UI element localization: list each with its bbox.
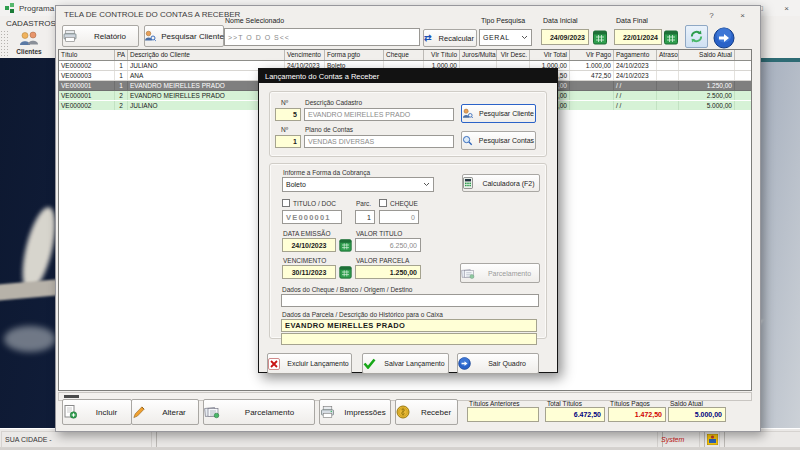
column-header[interactable]: Vlr Título <box>424 50 460 60</box>
tipo-pesquisa-select[interactable]: GERAL <box>479 29 532 46</box>
data-inicial-field[interactable]: 24/09/2023 <box>541 29 589 45</box>
status-system-text: System <box>661 436 684 443</box>
tipo-pesquisa-value: GERAL <box>483 34 510 41</box>
column-header[interactable]: Saldo Atual <box>679 50 735 60</box>
sair-quadro-button[interactable]: Sair Quadro <box>457 353 539 374</box>
column-header[interactable]: Atraso <box>657 50 679 60</box>
table-cell: 5.000,00 <box>679 101 735 110</box>
valor-titulo-field[interactable]: 6.250,00 <box>355 238 421 252</box>
valor-parcela-label: VALOR PARCELA <box>356 257 409 264</box>
toolbar-gripper <box>0 30 8 58</box>
table-header-row: TítuloPADescrição do ClienteVencimentoFo… <box>59 50 751 61</box>
avancar-button[interactable] <box>713 27 735 49</box>
table-cell: 1 <box>115 71 128 80</box>
column-header[interactable]: Forma pgto <box>325 50 384 60</box>
calendar-icon[interactable] <box>339 265 352 279</box>
pesquisar-cliente-modal-label: Pesquisar Cliente <box>478 110 535 117</box>
titulos-pagos-label: Títulos Pagos <box>610 400 650 407</box>
excluir-lancamento-button[interactable]: Excluir Lançamento <box>267 353 352 374</box>
plano-contas-field[interactable]: VENDAS DIVERSAS <box>304 135 454 148</box>
vencimento-field[interactable]: 30/11/2023 <box>282 265 336 279</box>
help-button[interactable]: ? <box>703 9 720 21</box>
table-cell: / / <box>614 91 657 100</box>
descricao-cadastro-field[interactable]: EVANDRO MEIRELLES PRADO <box>304 108 454 121</box>
historico-field[interactable]: EVANDRO MEIRELLES PRADO <box>281 319 537 332</box>
status-panel-middle <box>151 431 663 448</box>
column-header[interactable]: Juros/Multa <box>460 50 497 60</box>
check-icon <box>363 358 376 369</box>
incluir-button[interactable]: Incluir <box>62 399 132 425</box>
forma-cobranca-select[interactable]: Boleto <box>282 177 434 192</box>
refresh-button[interactable] <box>685 25 708 48</box>
dados-cheque-field[interactable] <box>281 294 539 307</box>
table-cell: 2 <box>115 91 128 100</box>
tray-icon <box>707 434 718 445</box>
table-cell: 2.500,00 <box>679 91 735 100</box>
printer-icon <box>63 30 77 42</box>
historico-field-2[interactable] <box>281 333 537 345</box>
column-header[interactable]: PA <box>115 50 128 60</box>
calendar-icon[interactable] <box>593 29 607 45</box>
nome-selecionado-field[interactable]: >>T O D O S<< <box>224 28 420 46</box>
data-emissao-field[interactable]: 24/10/2023 <box>282 238 336 252</box>
menu-cadastros[interactable]: CADASTROS <box>6 19 56 28</box>
pesquisar-cliente-button[interactable]: Pesquisar Cliente <box>461 104 536 123</box>
saldo-atual-field: 5.000,00 <box>668 407 726 422</box>
table-cell: VE000001 <box>59 81 115 90</box>
data-final-field[interactable]: 22/01/2024 <box>614 29 662 45</box>
pesquisar-contas-button[interactable]: Pesquisar Contas <box>461 131 536 150</box>
nome-selecionado-label: Nome Selecionado <box>225 17 284 24</box>
person-search-icon <box>144 30 156 42</box>
column-header[interactable]: Vencimento <box>285 50 325 60</box>
table-cell <box>679 61 735 70</box>
window-close-button[interactable]: × <box>734 9 751 21</box>
column-header[interactable]: Vlr Total <box>530 50 570 60</box>
alterar-button[interactable]: Alterar <box>131 399 199 425</box>
calendar-icon[interactable] <box>664 29 678 45</box>
column-header[interactable]: Vlr Pago <box>570 50 614 60</box>
calendar-icon[interactable] <box>339 238 352 252</box>
pesquisar-cliente-toolbar-button[interactable]: Pesquisar Cliente <box>144 25 224 47</box>
status-panel-system: System <box>657 431 705 448</box>
status-panel-right <box>719 431 800 448</box>
column-header[interactable]: Vlr Desc. <box>497 50 530 60</box>
valor-parcela-field[interactable]: 1.250,00 <box>355 265 421 279</box>
coin-icon <box>396 405 410 419</box>
relatorio-button[interactable]: Relatório <box>62 25 139 47</box>
plano-num-field[interactable]: 1 <box>275 135 301 148</box>
data-inicial-label: Data Inicial <box>543 17 578 24</box>
recalcular-button[interactable]: ⇄ Recalcular <box>423 29 477 47</box>
person-search-icon <box>462 108 473 119</box>
total-titulos-field: 6.472,50 <box>545 407 605 422</box>
parcelamento-footer-button[interactable]: Parcelamento <box>203 399 315 425</box>
column-header[interactable]: Título <box>59 50 115 60</box>
column-header[interactable]: Pagamento <box>614 50 657 60</box>
parcelamento-modal-button[interactable]: Parcelamento <box>460 263 540 283</box>
impressoes-button[interactable]: Impressões <box>319 399 391 425</box>
cadastro-num-field[interactable]: 5 <box>275 108 301 121</box>
incluir-label: Incluir <box>82 408 131 417</box>
parc-field[interactable]: 1 <box>355 210 375 224</box>
modal-titlebar: Lançamento do Contas a Receber <box>259 69 557 83</box>
salvar-lancamento-button[interactable]: Salvar Lançamento <box>362 353 449 374</box>
calculadora-button[interactable]: Calculadora (F2) <box>462 174 540 192</box>
impressoes-label: Impressões <box>340 408 390 417</box>
cheque-checkbox[interactable] <box>379 199 387 207</box>
app-close-button[interactable]: × <box>778 2 795 14</box>
cadastro-num-label: Nº <box>281 99 288 106</box>
table-cell: 2 <box>115 101 128 110</box>
cheque-num-field[interactable]: 0 <box>379 210 419 224</box>
column-header[interactable]: Cheque <box>384 50 424 60</box>
titulos-pagos-field: 1.472,50 <box>608 407 666 422</box>
column-header[interactable]: Descrição do Cliente <box>128 50 285 60</box>
table-cell: VE000003 <box>59 71 115 80</box>
titulos-anteriores-label: Títulos Anteriores <box>469 400 520 407</box>
toolbar-item-clientes[interactable]: Clientes <box>10 31 48 55</box>
scrollbar-thumb[interactable] <box>64 395 79 398</box>
receber-button[interactable]: Receber <box>395 399 458 425</box>
titulo-doc-field[interactable]: VE000001 <box>282 210 342 224</box>
arrow-right-circle-icon <box>713 27 735 49</box>
notes-icon <box>204 405 220 419</box>
alterar-label: Alterar <box>150 408 198 417</box>
titulo-doc-checkbox[interactable] <box>282 199 290 207</box>
